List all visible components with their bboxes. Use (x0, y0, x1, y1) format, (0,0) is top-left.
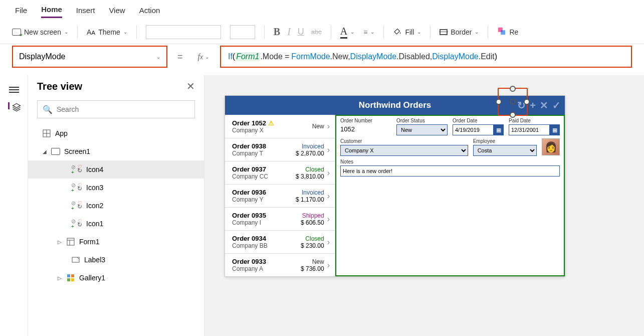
order-status: Closed (294, 166, 324, 173)
app-preview[interactable]: Northwind Orders ↻ + ✕ ✓ Order 1052 ⚠Com… (225, 95, 565, 277)
add-icon[interactable]: + (530, 100, 536, 111)
tree-search-input[interactable] (57, 105, 189, 113)
order-item[interactable]: Order 0936Company YInvoiced$ 1,170.00› (225, 184, 335, 207)
order-form[interactable]: Order Number 1052 Order Status New Order… (335, 115, 565, 276)
property-selector[interactable]: DisplayMode ⌄ (12, 46, 167, 68)
tree-label: Icon4 (86, 165, 103, 174)
chevron-right-icon: › (327, 122, 330, 131)
fill-button[interactable]: Fill ⌄ (393, 27, 421, 37)
order-date-field[interactable]: ▦ (453, 124, 504, 135)
align-icon: ≡ (363, 28, 367, 36)
formula-bar[interactable]: If( Form1.Mode = FormMode.New, DisplayMo… (220, 46, 632, 68)
hamburger-icon[interactable] (9, 85, 19, 92)
reorder-button[interactable]: Re (497, 27, 518, 37)
appbar-actions: ↻ + ✕ ✓ (517, 99, 561, 111)
order-title: Order 0938 (232, 142, 291, 150)
tree-label: Gallery1 (79, 274, 105, 282)
customer-select[interactable]: Company X (340, 145, 468, 156)
order-amount: $ 3,810.00 (294, 173, 324, 180)
chevron-right-icon: › (327, 261, 330, 270)
calendar-icon[interactable]: ▦ (494, 124, 504, 135)
new-screen-button[interactable]: New screen ⌄ (12, 28, 68, 36)
menu-home[interactable]: Home (41, 2, 62, 18)
reorder-label: Re (509, 28, 518, 36)
fx-dropdown[interactable]: fx ⌄ (193, 52, 214, 61)
tree-label: Icon2 (86, 202, 103, 210)
chevron-right-icon: › (327, 192, 330, 201)
field-label: Notes (340, 159, 560, 164)
svg-rect-11 (67, 278, 70, 281)
expand-arrow-icon[interactable]: ▷ (57, 275, 62, 281)
order-item[interactable]: Order 1052 ⚠Company XNew› (225, 115, 335, 138)
tree-node-form1[interactable]: ▷ Form1 (28, 233, 204, 251)
order-title: Order 0937 (232, 165, 291, 173)
underline-button[interactable]: U (298, 27, 304, 37)
tree-node-icon1[interactable]: +↻ Icon1 (28, 215, 204, 233)
form-icon (66, 237, 75, 246)
order-status-select[interactable]: New (396, 124, 448, 135)
bold-button[interactable]: B (274, 26, 280, 38)
italic-button[interactable]: I (287, 26, 291, 38)
tree-node-icon3[interactable]: +↻ Icon3 (28, 179, 204, 197)
order-date-input[interactable] (453, 124, 494, 135)
separator (383, 25, 384, 39)
tree-node-gallery1[interactable]: ▷ Gallery1 (28, 269, 204, 287)
tree-node-icon2[interactable]: +↻ Icon2 (28, 197, 204, 215)
expand-arrow-icon[interactable]: ◢ (42, 149, 47, 154)
tree-view-rail-button[interactable] (8, 102, 20, 109)
order-item[interactable]: Order 0934Company BBClosed$ 230.00› (225, 230, 335, 253)
orders-list[interactable]: Order 1052 ⚠Company XNew›Order 0938Compa… (225, 115, 335, 276)
search-icon: 🔍 (43, 105, 53, 114)
order-status: Closed (294, 235, 324, 242)
calendar-icon[interactable]: ▦ (550, 124, 560, 135)
order-item[interactable]: Order 0938Company TInvoiced$ 2,870.00› (225, 138, 335, 161)
employee-avatar: 👩 (542, 138, 560, 155)
employee-select[interactable]: Costa (473, 145, 537, 156)
tree-search[interactable]: 🔍 (37, 100, 195, 118)
align-button[interactable]: ≡ ⌄ (363, 28, 374, 36)
border-button[interactable]: Border ⌄ (440, 28, 479, 36)
menu-file[interactable]: File (15, 3, 27, 18)
formula-row: DisplayMode ⌄ = fx ⌄ If( Form1.Mode = Fo… (0, 44, 644, 69)
menu-view[interactable]: View (109, 3, 125, 18)
tree-panel: Tree view ✕ 🔍 App ◢ Screen1 +↻ Icon4 +↻ (28, 75, 204, 336)
theme-button[interactable]: Aᴀ Theme ⌄ (87, 28, 127, 36)
font-select[interactable] (146, 25, 221, 39)
order-company: Company T (232, 150, 291, 157)
formula-token: If (228, 52, 233, 61)
order-company: Company I (232, 219, 291, 226)
app-title: Northwind Orders (359, 100, 432, 110)
menu-insert[interactable]: Insert (76, 3, 95, 18)
chevron-right-icon: › (327, 238, 330, 247)
expand-arrow-icon[interactable]: ▷ (57, 239, 62, 245)
paid-date-field[interactable]: ▦ (509, 124, 560, 135)
canvas[interactable]: Northwind Orders ↻ + ✕ ✓ Order 1052 ⚠Com… (204, 75, 644, 336)
formula-token: DisplayMode (350, 52, 396, 61)
component-icon: +↻ (71, 183, 82, 192)
tree-node-label3[interactable]: Label3 (28, 251, 204, 269)
tree-node-icon4[interactable]: +↻ Icon4 (28, 160, 204, 179)
menu-bar: File Home Insert View Action (0, 0, 644, 20)
font-size-select[interactable] (230, 25, 255, 39)
fill-icon (393, 27, 402, 37)
left-rail (0, 75, 28, 336)
font-color-button[interactable]: A ⌄ (340, 26, 354, 39)
order-item[interactable]: Order 0937Company CCClosed$ 3,810.00› (225, 161, 335, 184)
close-icon[interactable]: ✕ (186, 80, 195, 92)
tree-label: Screen1 (64, 147, 90, 155)
order-item[interactable]: Order 0935Company IShipped$ 606.50› (225, 207, 335, 230)
strike-button[interactable]: abc (311, 28, 322, 36)
refresh-icon[interactable]: ↻ (517, 99, 526, 111)
order-amount: $ 230.00 (294, 242, 324, 249)
cancel-icon[interactable]: ✕ (540, 99, 548, 111)
main-area: Tree view ✕ 🔍 App ◢ Screen1 +↻ Icon4 +↻ (0, 75, 644, 336)
accept-icon[interactable]: ✓ (552, 99, 561, 111)
order-item[interactable]: Order 0933Company ANew$ 736.00› (225, 253, 335, 276)
tree-node-screen1[interactable]: ◢ Screen1 (28, 142, 204, 160)
paid-date-input[interactable] (509, 124, 550, 135)
order-number-value: 1052 (340, 124, 391, 134)
menu-action[interactable]: Action (139, 3, 160, 18)
notes-input[interactable] (340, 165, 560, 177)
tree-node-app[interactable]: App (28, 124, 204, 142)
chevron-down-icon: ⌄ (475, 29, 479, 35)
